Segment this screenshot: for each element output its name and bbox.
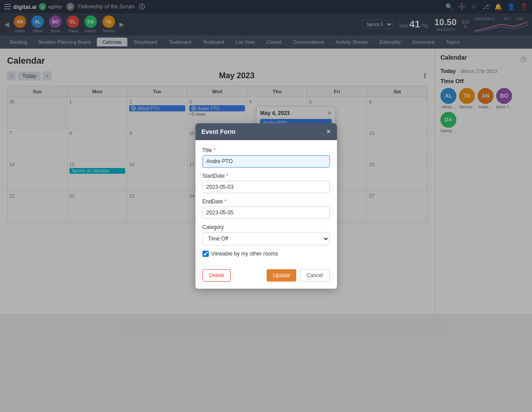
modal-footer-right: Update Cancel [267,269,329,282]
category-label: Category [203,224,330,230]
checkbox-row: Viewable by my other rooms [203,251,330,257]
update-btn[interactable]: Update [267,269,296,282]
checkbox-label: Viewable by my other rooms [211,251,278,257]
start-date-label: StartDate * [203,173,330,179]
modal-title: Event Form [202,128,236,135]
title-input[interactable] [203,155,330,168]
cancel-btn[interactable]: Cancel [300,269,329,282]
end-date-input[interactable] [203,206,330,219]
end-date-group: EndDate * [203,198,330,219]
modal-close-btn[interactable]: × [326,128,330,136]
delete-btn[interactable]: Delete [203,269,231,282]
start-date-group: StartDate * [203,173,330,193]
title-label: Title * [203,147,330,153]
category-select[interactable]: Time Off Vacation Holiday Meeting [203,232,330,245]
modal-body: Title * StartDate * EndDate * [195,140,337,269]
category-group: Category Time Off Vacation Holiday Meeti… [203,224,330,245]
title-group: Title * [203,147,330,168]
modal-overlay: Event Form × Title * StartDate * End [0,0,532,314]
event-form-modal: Event Form × Title * StartDate * End [195,123,337,289]
end-date-label: EndDate * [203,198,330,205]
modal-footer: Delete Update Cancel [195,269,337,289]
viewable-checkbox[interactable] [203,251,209,257]
modal-header: Event Form × [195,123,337,140]
start-date-input[interactable] [203,181,330,193]
